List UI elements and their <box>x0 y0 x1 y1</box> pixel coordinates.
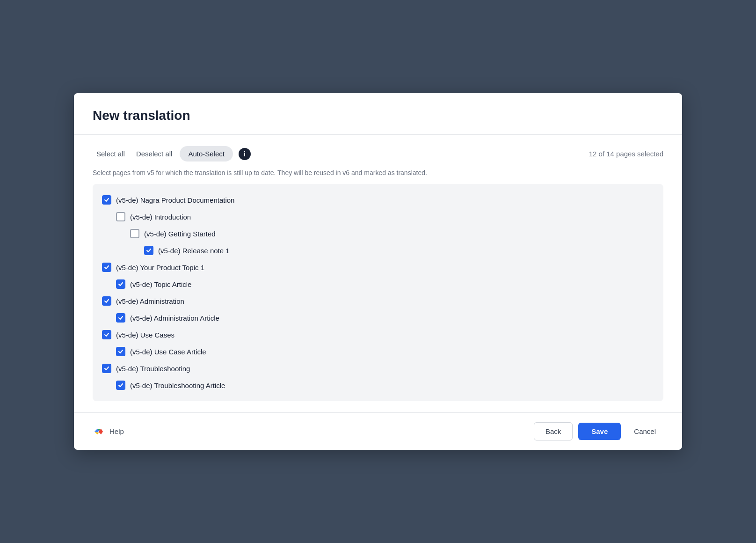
tree-item-label: (v5-de) Release note 1 <box>158 247 230 255</box>
tree-item: (v5-de) Getting Started <box>102 225 654 242</box>
tree-item-label: (v5-de) Topic Article <box>130 280 191 288</box>
tree-item-label: (v5-de) Use Case Article <box>130 348 206 356</box>
tree-item: (v5-de) Use Cases <box>102 326 654 343</box>
pages-selected-count: 12 of 14 pages selected <box>589 150 663 158</box>
tree-item-label: (v5-de) Introduction <box>130 213 191 221</box>
tree-item-label: (v5-de) Getting Started <box>144 230 216 238</box>
cancel-button[interactable]: Cancel <box>626 423 663 440</box>
hint-text: Select pages from v5 for which the trans… <box>93 169 663 176</box>
checkbox[interactable] <box>116 313 125 323</box>
tree-item: (v5-de) Introduction <box>102 208 654 225</box>
toolbar: Select all Deselect all Auto-Select i 12… <box>93 146 663 161</box>
page-title: New translation <box>93 108 663 123</box>
tree-item: (v5-de) Topic Article <box>102 276 654 293</box>
help-logo-icon <box>93 425 106 438</box>
checkbox[interactable] <box>102 364 111 373</box>
select-all-button[interactable]: Select all <box>93 147 129 161</box>
back-button[interactable]: Back <box>534 422 573 440</box>
checkbox[interactable] <box>102 195 111 205</box>
tree-item: (v5-de) Nagra Product Documentation <box>102 191 654 208</box>
tree-item-label: (v5-de) Troubleshooting <box>116 365 190 373</box>
auto-select-button[interactable]: Auto-Select <box>180 146 233 161</box>
checkbox[interactable] <box>102 330 111 339</box>
tree-item: (v5-de) Troubleshooting Article <box>102 377 654 394</box>
tree-item: (v5-de) Your Product Topic 1 <box>102 259 654 276</box>
tree-container: (v5-de) Nagra Product Documentation(v5-d… <box>93 184 663 401</box>
checkbox[interactable] <box>116 212 125 221</box>
tree-item-label: (v5-de) Nagra Product Documentation <box>116 196 234 204</box>
dialog-footer: Help Back Save Cancel <box>74 412 682 450</box>
dialog-header: New translation <box>74 93 682 135</box>
info-icon[interactable]: i <box>239 148 251 160</box>
checkbox[interactable] <box>102 296 111 306</box>
help-button[interactable]: Help <box>93 425 124 438</box>
checkbox[interactable] <box>116 381 125 390</box>
footer-actions: Back Save Cancel <box>534 422 663 440</box>
deselect-all-button[interactable]: Deselect all <box>132 147 176 161</box>
tree-item: (v5-de) Administration <box>102 293 654 309</box>
tree-item-label: (v5-de) Administration <box>116 297 184 305</box>
dialog-body: Select all Deselect all Auto-Select i 12… <box>74 135 682 412</box>
help-label: Help <box>109 427 124 435</box>
tree-item-label: (v5-de) Troubleshooting Article <box>130 382 225 389</box>
dialog: New translation Select all Deselect all … <box>74 93 682 450</box>
checkbox[interactable] <box>116 347 125 356</box>
tree-item: (v5-de) Troubleshooting <box>102 360 654 377</box>
tree-item-label: (v5-de) Your Product Topic 1 <box>116 264 204 272</box>
checkbox[interactable] <box>102 263 111 272</box>
save-button[interactable]: Save <box>578 423 621 440</box>
tree-item: (v5-de) Administration Article <box>102 309 654 326</box>
tree-item-label: (v5-de) Administration Article <box>130 314 219 322</box>
checkbox[interactable] <box>144 246 153 255</box>
tree-item-label: (v5-de) Use Cases <box>116 331 174 339</box>
checkbox[interactable] <box>130 229 139 238</box>
tree-item: (v5-de) Release note 1 <box>102 242 654 259</box>
tree-item: (v5-de) Use Case Article <box>102 343 654 360</box>
checkbox[interactable] <box>116 279 125 289</box>
